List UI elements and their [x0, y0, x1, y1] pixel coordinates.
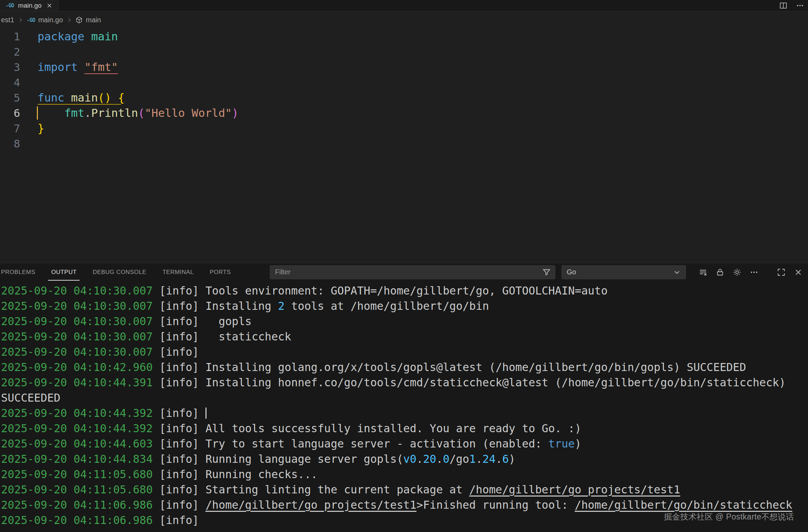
output-filter	[270, 265, 555, 279]
panel-tab-debug-console[interactable]: DEBUG CONSOLE	[84, 263, 154, 281]
symbol-package-icon	[75, 16, 83, 24]
output-line: 2025-09-20 04:10:44.392 [info]	[1, 405, 808, 421]
output-channel-select[interactable]: Go	[561, 265, 686, 279]
code-text: fmt.Println("Hello World")	[38, 105, 239, 121]
output-log[interactable]: 2025-09-20 04:10:30.007 [info] Tools env…	[0, 281, 808, 532]
line-number: 2	[0, 44, 20, 59]
line-number: 3	[0, 59, 20, 75]
filter-icon[interactable]	[542, 268, 551, 276]
breadcrumb-folder[interactable]: est1	[1, 16, 14, 24]
code-line: 5func main() {	[0, 90, 808, 105]
vscode-window: -GO main.go est1 -GO main.go main	[0, 0, 808, 532]
chevron-right-icon	[17, 17, 24, 23]
file-link[interactable]: /home/gillbert/go/bin/staticcheck	[575, 499, 792, 511]
output-channel-value: Go	[567, 268, 576, 276]
file-link[interactable]: /home/gillbert/go_projects/test1	[469, 483, 680, 496]
editor-tab-bar: -GO main.go	[0, 0, 808, 11]
panel-tab-terminal[interactable]: TERMINAL	[154, 263, 202, 281]
panel-tab-output[interactable]: OUTPUT	[43, 263, 84, 281]
line-number: 1	[0, 29, 20, 44]
output-line: 2025-09-20 04:10:30.007 [info] Tools env…	[1, 283, 808, 298]
code-line: 8	[0, 136, 808, 151]
code-line: 1package main	[0, 29, 808, 44]
breadcrumb: est1 -GO main.go main	[0, 11, 808, 29]
go-file-icon: -GO	[27, 17, 35, 23]
output-line: 2025-09-20 04:10:44.391 [info] Installin…	[1, 375, 808, 405]
output-line: 2025-09-20 04:11:05.680 [info] Running c…	[1, 467, 808, 482]
output-line: 2025-09-20 04:10:44.603 [info] Try to st…	[1, 436, 808, 451]
chevron-down-icon	[673, 268, 681, 276]
output-line: 2025-09-20 04:10:30.007 [info] staticche…	[1, 329, 808, 344]
code-line: 2	[0, 44, 808, 59]
editor-more-actions-icon[interactable]	[796, 2, 804, 9]
panel-tab-ports[interactable]: PORTS	[202, 263, 239, 281]
chevron-right-icon	[66, 17, 72, 23]
code-text: }	[38, 121, 44, 136]
line-number: 8	[0, 136, 20, 151]
code-text: import "fmt"	[38, 59, 118, 75]
code-editor[interactable]: 1package main23import "fmt"45func main()…	[0, 29, 808, 264]
output-line: 2025-09-20 04:10:30.007 [info] gopls	[1, 314, 808, 329]
line-number: 5	[0, 90, 20, 105]
output-line: 2025-09-20 04:10:30.007 [info] Installin…	[1, 298, 808, 314]
code-line: 4	[0, 75, 808, 90]
line-number: 6	[0, 105, 20, 121]
lock-auto-scroll-icon[interactable]	[713, 265, 727, 279]
line-number: 4	[0, 75, 20, 90]
text-cursor	[205, 408, 207, 419]
panel-tab-problems[interactable]: PROBLEMS	[0, 263, 43, 281]
bottom-panel: PROBLEMSOUTPUTDEBUG CONSOLETERMINALPORTS…	[0, 263, 808, 532]
editor-actions	[779, 0, 804, 11]
code-text: func main() {	[38, 90, 124, 105]
output-filter-input[interactable]	[274, 268, 542, 276]
output-line: 2025-09-20 04:11:06.986 [info] /home/gil…	[1, 497, 808, 513]
code-text: package main	[38, 29, 118, 44]
output-line: 2025-09-20 04:10:44.834 [info] Running l…	[1, 451, 808, 467]
code-line: 7}	[0, 121, 808, 136]
split-editor-icon[interactable]	[779, 2, 787, 9]
go-file-icon: -GO	[6, 2, 14, 9]
code-line: 6 fmt.Println("Hello World")	[0, 105, 808, 121]
output-line: 2025-09-20 04:11:05.680 [info] Starting …	[1, 482, 808, 497]
close-panel-icon[interactable]	[791, 265, 805, 279]
output-line: 2025-09-20 04:10:42.960 [info] Installin…	[1, 360, 808, 375]
file-link[interactable]: /home/gillbert/go_projects/test1	[205, 499, 417, 511]
breadcrumb-file[interactable]: main.go	[38, 16, 63, 24]
gear-icon[interactable]	[730, 265, 744, 279]
more-actions-icon[interactable]	[747, 265, 761, 279]
watermark: 掘金技术社区 @ Postkarte不想说话	[664, 511, 794, 522]
line-number: 7	[0, 121, 20, 136]
close-tab-icon[interactable]	[46, 2, 53, 9]
panel-actions: Go	[270, 263, 808, 281]
tab-label: main.go	[18, 2, 42, 9]
output-line: 2025-09-20 04:10:30.007 [info]	[1, 344, 808, 360]
code-lines: 1package main23import "fmt"45func main()…	[0, 29, 808, 151]
bracket-guide	[38, 104, 121, 105]
output-line: 2025-09-20 04:10:44.392 [info] All tools…	[1, 421, 808, 436]
maximize-panel-icon[interactable]	[774, 265, 788, 279]
panel-tabs: PROBLEMSOUTPUTDEBUG CONSOLETERMINALPORTS	[0, 263, 239, 281]
tab-main-go[interactable]: -GO main.go	[0, 0, 59, 11]
clear-output-icon[interactable]	[696, 265, 710, 279]
code-line: 3import "fmt"	[0, 59, 808, 75]
breadcrumb-symbol[interactable]: main	[86, 16, 101, 24]
panel-header: PROBLEMSOUTPUTDEBUG CONSOLETERMINALPORTS…	[0, 263, 808, 281]
